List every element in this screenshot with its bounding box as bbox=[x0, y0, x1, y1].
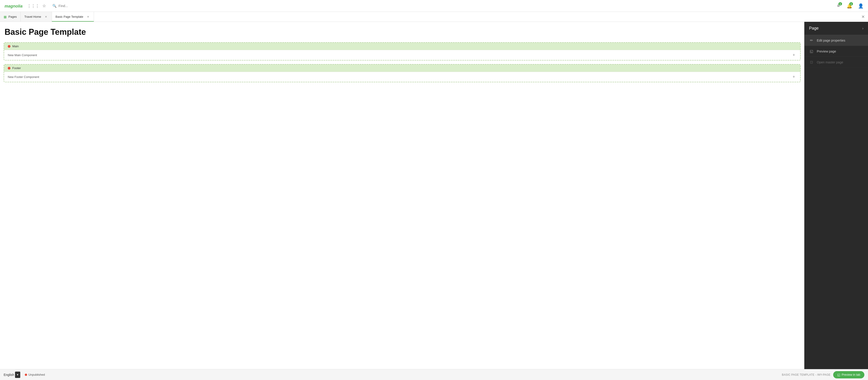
close-basic-page-template-tab[interactable]: ✕ bbox=[86, 15, 90, 19]
nav-right-icons: ≡ 0 🔔 0 👤 bbox=[833, 1, 865, 11]
preview-page-label: Preview page bbox=[817, 49, 836, 53]
page-editor: Basic Page Template Main New Main Compon… bbox=[0, 22, 804, 369]
new-footer-component-slot[interactable]: New Footer Component + bbox=[4, 72, 800, 82]
page-title: Basic Page Template bbox=[4, 27, 801, 37]
language-label: English bbox=[4, 373, 14, 377]
tasks-badge: 0 bbox=[838, 2, 842, 5]
svg-text:magnolia: magnolia bbox=[5, 4, 23, 8]
main-area: Basic Page Template Main New Main Compon… bbox=[0, 22, 868, 369]
publish-status-label: Unpublished bbox=[28, 373, 45, 376]
tab-travel-home-label: Travel Home bbox=[24, 15, 41, 19]
star-icon: ☆ bbox=[42, 3, 46, 8]
open-master-page-label: Open master page bbox=[817, 61, 843, 64]
tasks-button[interactable]: ≡ 0 bbox=[833, 1, 843, 11]
main-component-dot bbox=[8, 45, 10, 48]
panel-header: Page › bbox=[805, 22, 868, 35]
pages-tab-icon: ▦ bbox=[4, 15, 7, 19]
panel-title: Page bbox=[809, 26, 818, 31]
favorites-button[interactable]: ☆ bbox=[40, 1, 49, 10]
tab-pages[interactable]: ▦ Pages bbox=[0, 12, 21, 22]
footer-component-area: Footer New Footer Component + bbox=[4, 64, 801, 82]
master-page-icon: ⊡ bbox=[809, 60, 814, 64]
close-travel-home-tab[interactable]: ✕ bbox=[44, 15, 48, 19]
main-component-label: Main bbox=[12, 44, 19, 48]
magnolia-logo-svg: magnolia bbox=[5, 3, 25, 9]
panel-preview-page[interactable]: ◱ Preview page bbox=[805, 46, 868, 57]
publish-status-badge: Unpublished bbox=[25, 373, 45, 376]
right-panel: Page › ✏ Edit page properties ◱ Preview … bbox=[804, 22, 868, 369]
new-main-component-label: New Main Component bbox=[8, 54, 37, 57]
apps-button[interactable]: ⋮⋮⋮ bbox=[29, 1, 38, 10]
status-bar: English ▾ Unpublished BASIC PAGE TEMPLAT… bbox=[0, 369, 868, 380]
panel-open-master-page: ⊡ Open master page bbox=[805, 57, 868, 68]
add-footer-component-button[interactable]: + bbox=[791, 74, 797, 79]
dropdown-arrow-icon: ▾ bbox=[17, 373, 19, 376]
search-input[interactable] bbox=[59, 4, 140, 8]
add-main-component-button[interactable]: + bbox=[791, 52, 797, 58]
tab-basic-page-template[interactable]: Basic Page Template ✕ bbox=[52, 12, 94, 22]
footer-component-header: Footer bbox=[4, 65, 800, 72]
preview-in-tab-label: Preview in tab bbox=[842, 373, 860, 376]
edit-icon: ✏ bbox=[809, 38, 814, 42]
language-dropdown-button[interactable]: ▾ bbox=[15, 372, 20, 378]
panel-chevron-icon[interactable]: › bbox=[862, 26, 863, 30]
preview-in-tab-button[interactable]: ◱ Preview in tab bbox=[833, 371, 864, 378]
unpublished-dot bbox=[25, 374, 27, 376]
panel-edit-page-properties[interactable]: ✏ Edit page properties bbox=[805, 35, 868, 46]
tab-pages-label: Pages bbox=[8, 15, 17, 19]
search-icon: 🔍 bbox=[52, 4, 57, 8]
tab-travel-home[interactable]: Travel Home ✕ bbox=[21, 12, 52, 22]
new-main-component-slot[interactable]: New Main Component + bbox=[4, 50, 800, 60]
preview-tab-icon: ◱ bbox=[837, 373, 840, 377]
status-bar-right: BASIC PAGE TEMPLATE - /My-Page ◱ Preview… bbox=[782, 371, 864, 378]
footer-component-dot bbox=[8, 67, 10, 70]
page-path: BASIC PAGE TEMPLATE - /My-Page bbox=[782, 373, 831, 376]
user-profile-button[interactable]: 👤 bbox=[856, 1, 865, 10]
main-component-area: Main New Main Component + bbox=[4, 42, 801, 61]
logo: magnolia bbox=[3, 3, 27, 9]
footer-component-label: Footer bbox=[12, 66, 21, 70]
user-icon: 👤 bbox=[858, 3, 864, 9]
tab-basic-page-template-label: Basic Page Template bbox=[56, 15, 83, 19]
notifications-badge: 0 bbox=[849, 2, 853, 5]
top-nav: magnolia ⋮⋮⋮ ☆ 🔍 ≡ 0 🔔 0 👤 bbox=[0, 0, 868, 12]
notifications-button[interactable]: 🔔 0 bbox=[844, 1, 854, 11]
apps-icon: ⋮⋮⋮ bbox=[27, 3, 39, 8]
new-footer-component-label: New Footer Component bbox=[8, 75, 39, 79]
language-selector[interactable]: English ▾ bbox=[4, 372, 20, 378]
preview-icon: ◱ bbox=[809, 49, 814, 54]
search-bar: 🔍 bbox=[51, 4, 142, 8]
close-all-tabs-button[interactable]: ✕ bbox=[858, 12, 868, 22]
main-component-header: Main bbox=[4, 43, 800, 50]
tab-bar: ▦ Pages Travel Home ✕ Basic Page Templat… bbox=[0, 12, 868, 22]
edit-page-properties-label: Edit page properties bbox=[817, 39, 845, 42]
